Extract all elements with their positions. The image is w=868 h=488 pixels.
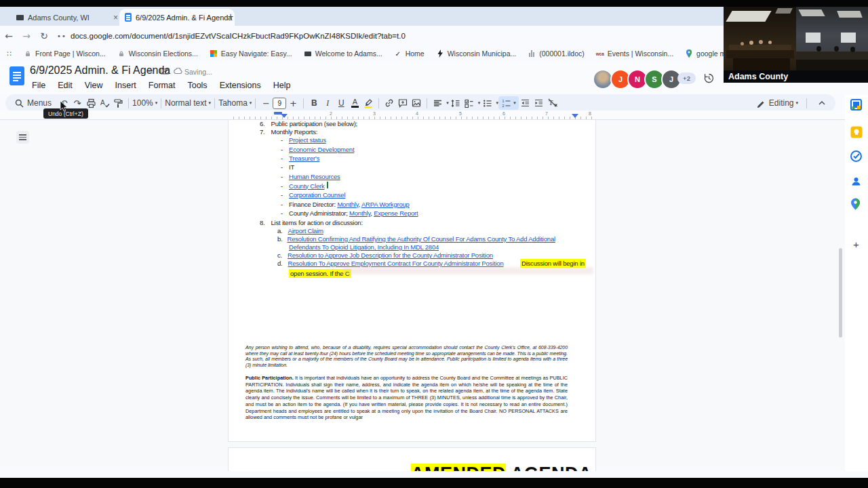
insert-image-button[interactable] <box>410 96 423 110</box>
italic-button[interactable]: I <box>321 96 334 110</box>
print-button[interactable] <box>84 96 98 110</box>
font-select[interactable]: Tahoma <box>218 98 248 108</box>
contacts-icon[interactable] <box>850 176 862 187</box>
tab-adams-county[interactable]: Adams County, WI × <box>11 9 123 26</box>
spellcheck-button[interactable]: A <box>98 96 111 110</box>
docs-menubar: File Edit View Insert Format Tools Exten… <box>26 79 297 92</box>
menu-edit[interactable]: Edit <box>52 79 79 92</box>
doc-link[interactable]: Human Resources <box>289 173 340 180</box>
doc-link[interactable]: Monthly <box>337 201 358 208</box>
redo-button[interactable]: ↷ <box>71 96 84 110</box>
menu-file[interactable]: File <box>26 79 52 92</box>
highlight-color-button[interactable] <box>361 96 375 110</box>
text-color-button[interactable]: A <box>348 96 361 110</box>
checklist-button[interactable] <box>462 96 476 110</box>
doc-link[interactable]: Treasurer's <box>289 155 319 162</box>
docs-favicon <box>125 13 132 22</box>
doc-link[interactable]: Expense Report <box>374 209 418 217</box>
clear-formatting-button[interactable]: T <box>546 96 559 110</box>
menus-button[interactable]: Menus <box>27 98 52 108</box>
boardroom-camera-left <box>724 7 796 70</box>
increase-font-button[interactable]: + <box>286 96 300 110</box>
tab-close-icon[interactable]: × <box>113 14 118 22</box>
calendar-icon[interactable] <box>850 99 862 110</box>
zoom-select[interactable]: 100% <box>132 98 153 108</box>
decrease-indent-button[interactable] <box>519 96 532 110</box>
document-canvas[interactable]: 2 3 4 5 6 7 8 6.Public participation (se… <box>0 110 845 471</box>
numbered-list-button[interactable]: 12▾ <box>498 96 519 110</box>
insert-link-button[interactable] <box>382 96 396 110</box>
doc-link[interactable]: Corporation Counsel <box>289 191 345 199</box>
get-addons-button[interactable]: + <box>850 239 862 250</box>
reload-icon[interactable]: ↻ <box>35 30 53 41</box>
search-menus-icon[interactable] <box>12 96 26 110</box>
maps-icon[interactable] <box>850 198 862 209</box>
bookmark-item[interactable]: (000001.ildoc) <box>528 49 585 58</box>
left-indent-marker[interactable] <box>281 114 288 118</box>
add-comment-button[interactable] <box>396 96 410 110</box>
doc-link[interactable]: Monthly <box>349 209 370 217</box>
increase-indent-button[interactable] <box>532 96 546 110</box>
svg-text:A: A <box>100 99 105 106</box>
meeting-video-overlay[interactable]: Adams County <box>724 7 868 83</box>
site-settings-icon[interactable]: •• <box>53 33 71 40</box>
doc-link[interactable]: Project status <box>289 136 326 144</box>
bookmark-item[interactable]: Welcome to Adams... <box>304 49 382 58</box>
google-docs-icon[interactable] <box>9 66 24 85</box>
doc-link[interactable]: Resolution Confirming And Ratifying the … <box>288 235 555 243</box>
back-icon[interactable]: ← <box>0 30 18 41</box>
line-spacing-button[interactable] <box>449 96 462 110</box>
mode-select[interactable]: Editing ▾ <box>756 98 798 108</box>
document-outline-icon[interactable] <box>16 131 29 144</box>
bold-button[interactable]: B <box>307 96 321 110</box>
doc-link[interactable]: ARPA Workgroup <box>361 201 410 208</box>
doc-link[interactable]: Resolution to Approve Job Description fo… <box>288 251 493 259</box>
bulleted-list-button[interactable] <box>480 96 494 110</box>
version-history-icon[interactable] <box>703 73 715 84</box>
bookmark-item[interactable]: Front Page | Wiscon... <box>24 49 106 58</box>
menu-tools[interactable]: Tools <box>181 79 213 92</box>
align-button[interactable] <box>431 96 444 110</box>
agenda-line: -Corporation Counsel <box>281 190 345 199</box>
new-tab-button[interactable]: + <box>228 11 233 22</box>
doc-link[interactable]: Defendants To Opioid Litigation, Includi… <box>289 243 439 251</box>
menu-extensions[interactable]: Extensions <box>214 79 267 92</box>
right-indent-marker[interactable] <box>572 114 578 118</box>
tasks-icon[interactable] <box>850 150 862 162</box>
menu-help[interactable]: Help <box>267 79 297 92</box>
doc-link[interactable]: Airport Claim <box>288 227 323 235</box>
url-text[interactable]: docs.google.com/document/d/1snjidEZvtVSc… <box>71 32 406 40</box>
more-collaborators-badge[interactable]: +2 <box>677 73 696 84</box>
document-status-icon[interactable] <box>174 68 183 75</box>
svg-text:2: 2 <box>502 104 505 108</box>
apps-grid-icon[interactable]: ∷ <box>7 49 12 58</box>
paragraph-style-select[interactable]: Normal text <box>165 98 206 108</box>
font-size-input[interactable]: 9 <box>273 98 286 109</box>
move-folder-icon[interactable] <box>160 67 170 75</box>
lock-icon <box>117 49 125 58</box>
paint-format-button[interactable] <box>111 96 125 110</box>
amended-agenda-heading: AMENDED AGENDA <box>411 464 592 471</box>
bookmark-item[interactable]: Wisconsin Elections... <box>117 49 198 58</box>
tab-docs-agenda[interactable]: 6/9/2025 Admin. & Fi Agenda × <box>119 9 235 26</box>
menu-view[interactable]: View <box>79 79 109 92</box>
underline-button[interactable]: U <box>334 96 348 110</box>
bookmark-item[interactable]: ✓ Home <box>394 49 425 58</box>
doc-link[interactable]: County Clerk <box>289 182 325 190</box>
highlighted-note: open session. If the C <box>289 269 351 278</box>
star-icon[interactable]: ☆ <box>146 66 155 76</box>
bookmark-item[interactable]: Wisconsin Municipa... <box>436 49 517 58</box>
bookmark-item[interactable]: Easy Navigate: Easy... <box>210 49 292 58</box>
forward-icon[interactable]: → <box>18 30 35 41</box>
keep-icon[interactable] <box>850 126 862 138</box>
ruler[interactable]: 2 3 4 5 6 7 8 <box>0 110 845 120</box>
collapse-toolbar-button[interactable] <box>815 96 829 110</box>
bookmark-item[interactable]: wca Events | Wisconsin... <box>596 49 673 58</box>
menu-insert[interactable]: Insert <box>109 79 142 92</box>
doc-scrollbar[interactable] <box>839 248 842 338</box>
agenda-line: -Economic Development <box>281 145 354 154</box>
decrease-font-button[interactable]: − <box>259 96 273 110</box>
menu-format[interactable]: Format <box>142 79 182 92</box>
doc-link[interactable]: Economic Development <box>289 146 354 153</box>
doc-link[interactable]: Resolution To Approve Employment Contrac… <box>288 260 504 267</box>
